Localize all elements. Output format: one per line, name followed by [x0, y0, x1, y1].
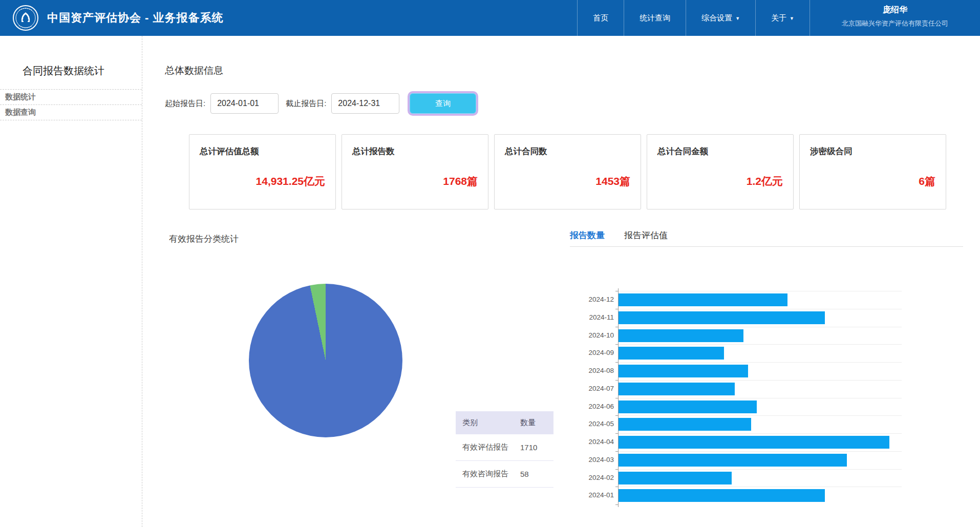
pie-data-table: 类别数量 有效评估报告1710有效咨询报告58 — [456, 411, 553, 488]
bar-category-label: 2024-11 — [570, 313, 614, 321]
start-date-input[interactable] — [210, 93, 279, 114]
user-menu[interactable]: 庞绍华 北京国融兴华资产评估有限责任公司 — [809, 0, 980, 36]
grid-split-line — [619, 344, 902, 345]
user-name: 庞绍华 — [810, 5, 980, 15]
stat-card-1: 总计报告数1768篇 — [342, 134, 488, 209]
sidebar: 合同报告数据统计 数据统计数据查询 — [0, 36, 142, 527]
stat-card-value: 1768篇 — [443, 174, 478, 188]
bar-category-label: 2024-08 — [570, 367, 614, 374]
sidebar-title: 合同报告数据统计 — [0, 36, 142, 89]
stat-card-3: 总计合同金额1.2亿元 — [647, 134, 794, 209]
query-button[interactable]: 查询 — [410, 93, 476, 114]
sidebar-item-1[interactable]: 数据查询 — [0, 104, 142, 120]
bar-2024-11 — [619, 311, 825, 324]
axis-tick — [615, 504, 618, 505]
bar-2024-05 — [619, 418, 751, 431]
chevron-down-icon: ▼ — [735, 1, 740, 36]
grid-split-line — [619, 415, 902, 416]
stat-card-title: 总计报告数 — [352, 146, 395, 157]
stat-card-title: 总计评估值总额 — [200, 146, 259, 157]
chevron-down-icon: ▼ — [790, 1, 794, 36]
bar-category-label: 2024-02 — [570, 474, 614, 481]
axis-tick — [615, 327, 618, 327]
bar-category-label: 2024-12 — [570, 296, 614, 303]
bar-chart-tabs: 报告数量报告评估值 — [570, 229, 668, 241]
pie-table-cell: 有效咨询报告 — [456, 461, 517, 488]
grid-split-line — [619, 362, 902, 363]
stat-card-value: 6篇 — [919, 174, 935, 188]
bar-2024-10 — [619, 329, 743, 342]
association-logo[interactable] — [12, 5, 39, 31]
bar-category-label: 2024-06 — [570, 403, 614, 410]
bar-category-label: 2024-10 — [570, 331, 614, 339]
stat-card-2: 总计合同数1453篇 — [494, 134, 641, 209]
axis-tick — [615, 415, 618, 416]
axis-tick — [615, 309, 618, 309]
stat-card-value: 1453篇 — [595, 174, 630, 188]
report-category-pie-chart — [249, 284, 402, 437]
end-date-input[interactable] — [331, 93, 399, 114]
axis-tick — [615, 398, 618, 398]
grid-split-line — [619, 487, 902, 487]
pie-table-header-0: 类别 — [456, 411, 517, 434]
sidebar-item-0[interactable]: 数据统计 — [0, 89, 142, 104]
start-date-label: 起始报告日: — [165, 99, 205, 109]
stat-card-title: 总计合同金额 — [657, 146, 708, 157]
axis-tick — [615, 433, 618, 434]
stat-card-value: 1.2亿元 — [747, 174, 783, 188]
nav-item-0[interactable]: 首页 — [577, 0, 624, 36]
pie-table-row-0: 有效评估报告1710 — [456, 434, 553, 461]
stat-card-value: 14,931.25亿元 — [256, 174, 325, 188]
stat-card-title: 涉密级合同 — [810, 146, 853, 157]
bar-category-label: 2024-07 — [570, 385, 614, 392]
bar-category-label: 2024-01 — [570, 491, 614, 499]
grid-split-line — [619, 291, 902, 291]
axis-tick — [615, 380, 618, 381]
main-content: 总体数据信息 起始报告日: 截止报告日: 查询 总计评估值总额14,931.25… — [143, 36, 980, 527]
tab-report-value[interactable]: 报告评估值 — [624, 229, 668, 241]
bar-2024-08 — [619, 365, 748, 377]
top-nav: 首页统计查询综合设置▼关于▼ — [577, 0, 809, 36]
axis-tick — [615, 469, 618, 470]
pie-table-row-1: 有效咨询报告58 — [456, 461, 553, 488]
bar-category-label: 2024-05 — [570, 420, 614, 428]
bar-2024-09 — [619, 347, 724, 360]
grid-split-line — [619, 309, 902, 309]
bar-category-label: 2024-03 — [570, 456, 614, 463]
bar-2024-07 — [619, 383, 735, 395]
grid-split-line — [619, 451, 902, 452]
grid-split-line — [619, 433, 902, 434]
grid-split-line — [619, 398, 902, 398]
bar-category-label: 2024-09 — [570, 349, 614, 356]
nav-item-3[interactable]: 关于▼ — [755, 0, 809, 36]
date-filter-row: 起始报告日: 截止报告日: 查询 — [165, 92, 476, 115]
axis-tick — [615, 451, 618, 452]
axis-tick — [615, 344, 618, 345]
bar-2024-06 — [619, 400, 757, 413]
grid-split-line — [619, 380, 902, 381]
bar-2024-03 — [619, 454, 847, 467]
monthly-report-bar-chart: 2024-122024-112024-102024-092024-082024-… — [570, 291, 950, 505]
pie-table-cell: 1710 — [517, 434, 553, 461]
nav-item-2[interactable]: 综合设置▼ — [686, 0, 755, 36]
axis-tick — [615, 291, 618, 291]
grid-split-line — [619, 469, 902, 470]
axis-tick — [615, 487, 618, 487]
pie-table-cell: 58 — [517, 461, 553, 488]
top-header-bar: 中国资产评估协会 - 业务报备系统 首页统计查询综合设置▼关于▼ 庞绍华 北京国… — [0, 0, 980, 36]
bar-2024-04 — [619, 436, 889, 449]
bar-category-label: 2024-04 — [570, 438, 614, 446]
app-title: 中国资产评估协会 - 业务报备系统 — [47, 10, 224, 26]
pie-table-header-1: 数量 — [517, 411, 553, 434]
nav-item-1[interactable]: 统计查询 — [624, 0, 686, 36]
stat-cards-row: 总计评估值总额14,931.25亿元总计报告数1768篇总计合同数1453篇总计… — [189, 134, 946, 209]
bar-2024-02 — [619, 472, 732, 484]
bar-2024-12 — [619, 293, 787, 306]
pie-table-cell: 有效评估报告 — [456, 434, 517, 461]
tab-report-count[interactable]: 报告数量 — [570, 229, 605, 241]
pie-chart-title: 有效报告分类统计 — [169, 233, 239, 245]
tabs-divider — [570, 246, 963, 247]
user-company: 北京国融兴华资产评估有限责任公司 — [810, 19, 980, 28]
bar-2024-01 — [619, 489, 825, 502]
grid-split-line — [619, 327, 902, 327]
